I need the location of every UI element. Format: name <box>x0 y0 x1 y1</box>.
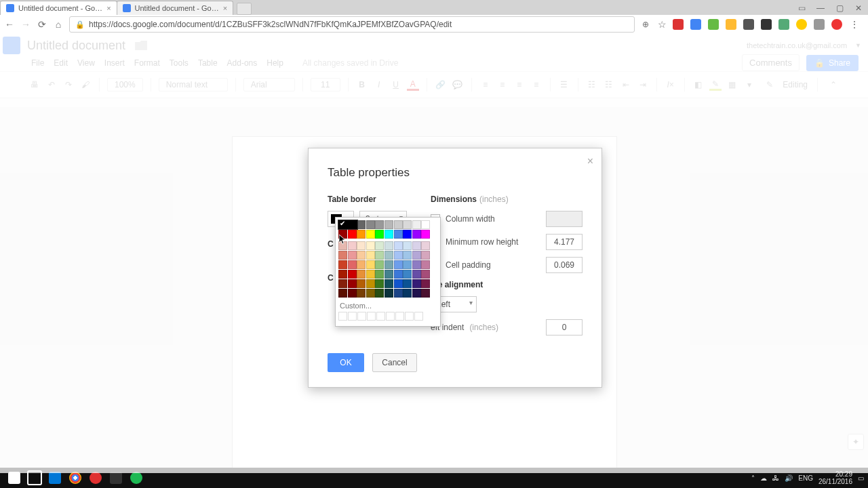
highlight-icon[interactable]: ✎ <box>709 79 722 91</box>
color-swatch[interactable] <box>338 279 347 288</box>
color-swatch[interactable] <box>357 260 366 269</box>
color-swatch[interactable] <box>348 279 357 288</box>
color-swatch[interactable] <box>394 270 403 279</box>
color-swatch[interactable] <box>375 251 384 260</box>
custom-swatch[interactable] <box>405 312 414 321</box>
color-swatch[interactable] <box>412 279 421 288</box>
close-icon[interactable]: × <box>106 4 111 12</box>
color-swatch[interactable] <box>394 279 403 288</box>
menu-icon[interactable]: ⋮ <box>849 19 860 30</box>
color-swatch[interactable] <box>366 241 375 250</box>
color-swatch[interactable] <box>403 220 412 229</box>
min-row-height-input[interactable] <box>546 234 583 250</box>
custom-swatch[interactable] <box>395 312 404 321</box>
color-swatch[interactable] <box>421 220 430 229</box>
indent-icon[interactable]: ⇥ <box>637 79 649 91</box>
color-swatch[interactable] <box>384 289 393 298</box>
forward-icon[interactable]: → <box>20 19 31 30</box>
color-swatch[interactable] <box>357 241 366 250</box>
ext-adblock-icon[interactable] <box>673 19 684 30</box>
color-swatch[interactable] <box>384 279 393 288</box>
custom-color-link[interactable]: Custom... <box>340 302 436 310</box>
color-swatch[interactable] <box>403 251 412 260</box>
cell-padding-input[interactable] <box>546 257 583 273</box>
fill-color-icon[interactable]: ◧ <box>692 79 705 91</box>
outdent-icon[interactable]: ⇤ <box>620 79 632 91</box>
menu-help[interactable]: Help <box>267 58 283 68</box>
color-swatch[interactable] <box>421 251 430 260</box>
custom-swatch[interactable] <box>414 312 423 321</box>
color-swatch[interactable] <box>412 289 421 298</box>
tray-chevron-up-icon[interactable]: ˄ <box>751 474 755 482</box>
color-swatch[interactable] <box>348 260 357 269</box>
taskbar-app-2[interactable] <box>106 468 126 488</box>
home-icon[interactable]: ⌂ <box>53 19 64 30</box>
mode-label[interactable]: Editing <box>783 80 808 89</box>
color-swatch[interactable] <box>384 220 393 229</box>
color-swatch[interactable] <box>403 270 412 279</box>
italic-icon[interactable]: I <box>373 79 385 91</box>
color-swatch[interactable] <box>357 251 366 260</box>
color-swatch[interactable] <box>403 241 412 250</box>
align-center-icon[interactable]: ≡ <box>496 79 509 91</box>
link-icon[interactable]: 🔗 <box>435 79 447 91</box>
align-justify-icon[interactable]: ≡ <box>530 79 542 91</box>
tray-language[interactable]: ENG <box>798 474 813 482</box>
ext-yellow-icon[interactable] <box>726 19 736 30</box>
color-swatch[interactable] <box>394 289 403 298</box>
color-swatch[interactable] <box>357 220 366 229</box>
color-swatch[interactable] <box>421 241 430 250</box>
menu-tools[interactable]: Tools <box>170 58 189 68</box>
color-swatch[interactable] <box>394 260 403 269</box>
color-swatch[interactable] <box>384 230 393 239</box>
ext-teal-icon[interactable] <box>778 19 789 30</box>
explore-button[interactable]: ✦ <box>848 434 864 450</box>
color-swatch[interactable] <box>366 260 375 269</box>
color-swatch[interactable] <box>366 289 375 298</box>
window-person-icon[interactable]: ▭ <box>792 1 811 15</box>
font-size[interactable]: 11 <box>311 78 340 92</box>
color-swatch[interactable] <box>357 230 366 239</box>
color-swatch[interactable] <box>412 260 421 269</box>
folder-icon[interactable] <box>135 41 147 50</box>
color-swatch[interactable] <box>421 289 430 298</box>
color-swatch[interactable] <box>375 230 384 239</box>
browser-tab-1[interactable]: Untitled document - Go… × <box>0 1 117 15</box>
color-swatch[interactable] <box>348 251 357 260</box>
color-swatch[interactable] <box>412 251 421 260</box>
bold-icon[interactable]: B <box>356 79 368 91</box>
line-spacing-icon[interactable]: ☰ <box>558 79 570 91</box>
color-swatch[interactable] <box>357 270 366 279</box>
color-swatch[interactable] <box>348 230 357 239</box>
address-bar[interactable]: 🔒 https://docs.google.com/document/d/1CZ… <box>69 16 635 33</box>
taskbar-chrome[interactable] <box>65 468 85 488</box>
taskbar-app-3[interactable] <box>126 468 146 488</box>
color-swatch[interactable] <box>357 279 366 288</box>
window-maximize[interactable]: ▢ <box>830 1 849 15</box>
color-swatch[interactable] <box>421 270 430 279</box>
close-icon[interactable]: × <box>223 4 227 12</box>
color-swatch[interactable] <box>403 279 412 288</box>
tray-network-icon[interactable]: 🖧 <box>772 474 779 482</box>
color-swatch[interactable] <box>412 230 421 239</box>
color-swatch[interactable] <box>403 260 412 269</box>
custom-swatch[interactable] <box>338 312 347 321</box>
align-right-icon[interactable]: ≡ <box>513 79 526 91</box>
color-swatch[interactable] <box>421 279 430 288</box>
taskbar-app-1[interactable] <box>45 468 65 488</box>
color-swatch[interactable] <box>338 289 347 298</box>
menu-insert[interactable]: Insert <box>104 58 125 68</box>
color-swatch[interactable] <box>394 241 403 250</box>
color-swatch[interactable] <box>366 251 375 260</box>
bulleted-list-icon[interactable]: ☷ <box>603 79 615 91</box>
tray-volume-icon[interactable]: 🔊 <box>785 474 793 482</box>
color-swatch[interactable] <box>348 270 357 279</box>
zoom-icon[interactable]: ⊕ <box>640 19 651 30</box>
ext-red-icon[interactable] <box>831 19 842 30</box>
print-icon[interactable]: 🖶 <box>28 79 41 91</box>
color-swatch[interactable] <box>412 241 421 250</box>
color-swatch[interactable] <box>366 230 375 239</box>
cancel-button[interactable]: Cancel <box>372 353 417 372</box>
color-swatch[interactable] <box>394 251 403 260</box>
ext-cast-icon[interactable] <box>690 19 701 30</box>
